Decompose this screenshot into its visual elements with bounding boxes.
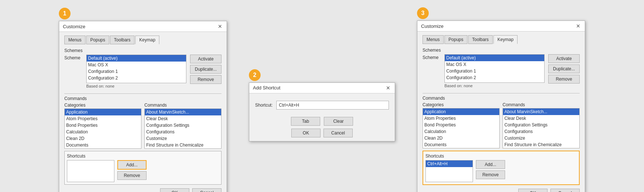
shortcut-cancel-button[interactable]: Cancel xyxy=(323,129,353,137)
cancel-button[interactable]: Cancel xyxy=(192,188,221,192)
divider-1 xyxy=(64,93,221,94)
schemes-section-label: Schemes xyxy=(64,48,221,53)
cat3-atom-properties[interactable]: Atom Properties xyxy=(423,115,499,122)
cmd-chemicalize[interactable]: Find Structure in Chemicalize xyxy=(145,142,221,148)
commands-label: Commands xyxy=(64,96,221,101)
commands3-label: Commands xyxy=(423,96,580,101)
dialog-1: Customize ✕ Menus Popups Toolbars Keymap… xyxy=(59,21,227,192)
tab3-toolbars[interactable]: Toolbars xyxy=(468,35,493,44)
shortcut3-item[interactable]: Ctrl+Alt+H xyxy=(426,160,473,167)
cmd-customize[interactable]: Customize xyxy=(145,135,221,142)
tab-popups[interactable]: Popups xyxy=(86,36,109,44)
cat3-calculation[interactable]: Calculation xyxy=(423,128,499,135)
dialog-3-bottom: OK Cancel xyxy=(423,189,580,192)
scheme-label: Scheme xyxy=(64,55,83,91)
cat3-documents[interactable]: Documents xyxy=(423,141,499,148)
cmd3-about[interactable]: About MarvinSketch... xyxy=(503,108,579,115)
cmd-about[interactable]: About MarvinSketch... xyxy=(145,109,221,115)
scheme-item-default[interactable]: Default (active) xyxy=(87,55,186,62)
shortcuts-label: Shortcuts xyxy=(67,154,219,159)
cmd3-configsettings[interactable]: Configuration Settings xyxy=(503,122,579,128)
cmd3-cleardesk[interactable]: Clear Desk xyxy=(503,115,579,122)
dialog-1-close-button[interactable]: ✕ xyxy=(217,23,223,29)
cat3-application[interactable]: Application xyxy=(423,108,499,115)
step-3-container: 3 Customize ✕ Menus Popups Toolbars Keym… xyxy=(417,7,585,192)
dialog-3-close-button[interactable]: ✕ xyxy=(575,23,581,29)
cmd3-chemicalize[interactable]: Find Structure in Chemicalize xyxy=(503,141,579,148)
categories-list[interactable]: Application Atom Properties Bond Propert… xyxy=(64,108,141,149)
shortcuts3-row: Ctrl+Alt+H Add... Remove xyxy=(425,160,577,182)
cmd3-pubchem[interactable]: Find Structure in PubChem xyxy=(503,148,579,148)
scheme3-item-config1[interactable]: Configuration 1 xyxy=(445,68,544,74)
remove-scheme-button[interactable]: Remove xyxy=(190,75,221,84)
tab-keymap[interactable]: Keymap xyxy=(135,36,159,44)
shortcuts-list[interactable] xyxy=(67,160,114,182)
cat-application[interactable]: Application xyxy=(65,109,141,115)
activate3-button[interactable]: Activate xyxy=(548,54,580,63)
ok3-button[interactable]: OK xyxy=(518,189,548,192)
add-shortcut-titlebar: Add Shortcut ✕ xyxy=(249,83,395,93)
cat-edit[interactable]: Edit xyxy=(65,148,141,149)
tab3-popups[interactable]: Popups xyxy=(444,35,467,44)
cat3-clean2d[interactable]: Clean 2D xyxy=(423,135,499,141)
cancel3-button[interactable]: Cancel xyxy=(550,189,580,192)
add-shortcut-title: Add Shortcut xyxy=(253,85,280,91)
cat-calculation[interactable]: Calculation xyxy=(65,129,141,135)
scheme3-item-macosx[interactable]: Mac OS X xyxy=(445,61,544,68)
remove-scheme3-button[interactable]: Remove xyxy=(548,75,580,84)
shortcuts3-section: Shortcuts Ctrl+Alt+H Add... Remove xyxy=(423,151,580,185)
commands3-row: Categories Application Atom Properties B… xyxy=(423,102,580,148)
cmd-configsettings[interactable]: Configuration Settings xyxy=(145,122,221,129)
scheme-item-macosx[interactable]: Mac OS X xyxy=(87,62,186,68)
cmd-cleardesk[interactable]: Clear Desk xyxy=(145,115,221,122)
remove3-shortcut-button[interactable]: Remove xyxy=(476,170,505,179)
scheme-item-config1[interactable]: Configuration 1 xyxy=(87,68,186,75)
cat3-edit[interactable]: Edit xyxy=(423,148,499,148)
tab-toolbars[interactable]: Toolbars xyxy=(110,36,135,44)
dialog-1-title: Customize xyxy=(63,24,85,29)
dialog-3-title: Customize xyxy=(421,23,443,29)
dialog-3-body: Menus Popups Toolbars Keymap Schemes Sch… xyxy=(417,32,585,192)
shortcuts3-list[interactable]: Ctrl+Alt+H xyxy=(425,160,473,182)
shortcut-field-label: Shortcut: xyxy=(255,103,273,108)
scheme3-item-default[interactable]: Default (active) xyxy=(445,55,544,61)
cat-atom-properties[interactable]: Atom Properties xyxy=(65,115,141,122)
cmd-pubchem[interactable]: Find Structure in PubChem xyxy=(145,148,221,149)
cmd-configurations[interactable]: Configurations xyxy=(145,129,221,135)
ok-button[interactable]: OK xyxy=(160,188,189,192)
activate-button[interactable]: Activate xyxy=(190,55,221,63)
shortcut-ok-button[interactable]: OK xyxy=(291,129,321,137)
shortcuts-buttons: Add... Remove xyxy=(117,160,147,182)
cat-documents[interactable]: Documents xyxy=(65,142,141,148)
shortcut-input[interactable] xyxy=(276,101,389,110)
tab3-menus[interactable]: Menus xyxy=(423,35,444,44)
scheme3-list[interactable]: Default (active) Mac OS X Configuration … xyxy=(444,54,545,83)
cmd3-customize[interactable]: Customize xyxy=(503,135,579,141)
remove-shortcut-button[interactable]: Remove xyxy=(117,171,147,180)
cmd3-configurations[interactable]: Configurations xyxy=(503,128,579,135)
divider-3 xyxy=(423,93,580,93)
cat-bond-properties[interactable]: Bond Properties xyxy=(65,122,141,129)
categories3-list[interactable]: Application Atom Properties Bond Propert… xyxy=(423,108,500,148)
tab-button[interactable]: Tab xyxy=(291,117,320,126)
add-shortcut-close-button[interactable]: ✕ xyxy=(385,85,391,91)
scheme-list[interactable]: Default (active) Mac OS X Configuration … xyxy=(86,55,186,83)
cat-clean2d[interactable]: Clean 2D xyxy=(65,135,141,142)
scheme-list-wrapper: Default (active) Mac OS X Configuration … xyxy=(86,55,186,91)
add3-shortcut-button[interactable]: Add... xyxy=(476,160,505,169)
scheme3-item-config2[interactable]: Configuration 2 xyxy=(445,74,544,81)
tab-menus[interactable]: Menus xyxy=(64,36,86,44)
categories3-col-label: Categories xyxy=(423,102,500,107)
commands-list[interactable]: About MarvinSketch... Clear Desk Configu… xyxy=(144,108,221,149)
add-shortcut-button[interactable]: Add... xyxy=(117,160,147,170)
tab3-keymap[interactable]: Keymap xyxy=(493,35,518,44)
duplicate3-button[interactable]: Duplicate... xyxy=(548,64,580,73)
dialog-3-tabs: Menus Popups Toolbars Keymap xyxy=(423,35,580,44)
dialog-3: Customize ✕ Menus Popups Toolbars Keymap… xyxy=(417,21,585,192)
duplicate-button[interactable]: Duplicate... xyxy=(190,65,221,74)
scheme-item-config2[interactable]: Configuration 2 xyxy=(87,75,186,81)
commands3-list[interactable]: About MarvinSketch... Clear Desk Configu… xyxy=(503,108,580,148)
step-3-badge: 3 xyxy=(417,7,429,19)
clear-button[interactable]: Clear xyxy=(324,117,353,126)
cat3-bond-properties[interactable]: Bond Properties xyxy=(423,122,499,128)
